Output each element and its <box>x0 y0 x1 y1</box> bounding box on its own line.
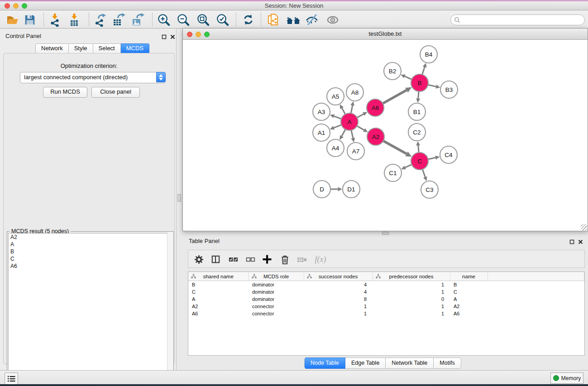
graph-node-C2[interactable]: C2 <box>408 124 425 141</box>
memory-button[interactable]: Memory <box>550 372 583 384</box>
table-settings-button[interactable] <box>193 253 205 265</box>
graph-node-D1[interactable]: D1 <box>343 181 360 198</box>
maximize-traffic-light[interactable] <box>22 3 27 9</box>
graph-node-D[interactable]: D <box>313 181 330 198</box>
select-all-rows-button[interactable] <box>227 253 239 265</box>
tab-mcds[interactable]: MCDS <box>121 43 149 54</box>
graph-node-A7[interactable]: A7 <box>347 143 364 160</box>
graph-edge-A2-C[interactable] <box>383 141 407 154</box>
zoom-in-button[interactable] <box>156 12 171 27</box>
deselect-all-rows-button[interactable] <box>244 253 256 265</box>
import-table-button[interactable] <box>67 12 82 27</box>
graph-edge-A-A5[interactable] <box>342 108 345 114</box>
graph-edge-A-A7[interactable] <box>351 130 353 138</box>
graph-edge-A-A1[interactable] <box>334 125 342 128</box>
import-network-button[interactable] <box>47 12 62 27</box>
vertical-splitter-grip[interactable] <box>177 194 181 202</box>
graph-node-B[interactable]: B <box>411 74 428 91</box>
graph-node-A5[interactable]: A5 <box>327 88 344 105</box>
graph-edge-B-B3[interactable] <box>428 85 436 86</box>
new-network-from-file-button[interactable] <box>266 12 281 27</box>
column-header-successor-nodes[interactable]: successor nodes <box>304 272 373 281</box>
zoom-out-button[interactable] <box>175 12 191 27</box>
table-row-a2[interactable]: A2connector11A2 <box>188 303 584 310</box>
graph-edge-A-A6[interactable] <box>357 114 363 118</box>
delete-column-button[interactable] <box>279 253 291 265</box>
result-item-a2[interactable]: A2 <box>9 234 172 241</box>
export-network-button[interactable] <box>92 12 107 27</box>
graph-node-C1[interactable]: C1 <box>384 164 402 181</box>
column-layout-button[interactable] <box>210 253 221 265</box>
graph-node-A2[interactable]: A2 <box>367 128 384 145</box>
graph-node-A1[interactable]: A1 <box>313 124 330 141</box>
graph-edge-A-A4[interactable] <box>342 129 345 136</box>
graph-node-B4[interactable]: B4 <box>420 46 437 63</box>
graph-edge-C-C2[interactable] <box>418 145 419 152</box>
graph-edge-A-A3[interactable] <box>334 116 341 119</box>
column-header-MCDS-role[interactable]: MCDS role <box>249 272 304 281</box>
graph-edge-B-B4[interactable] <box>422 67 425 75</box>
tab-network-table[interactable]: Network Table <box>386 357 434 369</box>
graph-edge-B-B1[interactable] <box>418 91 419 99</box>
add-column-button[interactable] <box>261 253 273 265</box>
graph-edge-C-C1[interactable] <box>405 165 412 167</box>
result-item-b[interactable]: B <box>9 248 172 255</box>
result-item-a[interactable]: A <box>9 241 172 248</box>
table-row-a6[interactable]: A6connector11A6 <box>188 310 584 317</box>
table-row-b[interactable]: Bdominator41B <box>188 281 584 289</box>
graph-node-A4[interactable]: A4 <box>327 139 344 157</box>
graph-edge-A-A8[interactable] <box>351 105 352 113</box>
graph-node-C3[interactable]: C3 <box>421 181 438 198</box>
close-panel-button-mcds[interactable]: Close panel <box>91 87 140 98</box>
export-image-button[interactable] <box>130 12 145 27</box>
result-item-c[interactable]: C <box>9 255 172 262</box>
float-panel-button[interactable] <box>162 33 167 38</box>
search-input[interactable] <box>462 15 581 24</box>
close-traffic-light[interactable] <box>5 3 10 9</box>
tab-network[interactable]: Network <box>35 43 69 54</box>
criterion-dropdown[interactable]: largest connected component (directed) <box>20 72 166 83</box>
hide-details-button[interactable] <box>304 12 320 27</box>
horizontal-splitter-grip[interactable] <box>382 232 389 235</box>
tab-style[interactable]: Style <box>69 43 93 54</box>
close-table-panel-button[interactable] <box>578 238 583 243</box>
graph-node-A3[interactable]: A3 <box>313 103 330 120</box>
graph-node-A6[interactable]: A6 <box>367 99 384 116</box>
graph-edge-C-C3[interactable] <box>422 169 425 177</box>
tab-edge-table[interactable]: Edge Table <box>345 357 386 369</box>
graph-node-B1[interactable]: B1 <box>408 103 425 120</box>
minimize-traffic-light[interactable] <box>13 3 19 9</box>
zoom-selected-button[interactable] <box>215 12 230 27</box>
run-mcds-button[interactable]: Run MCDS <box>43 87 87 98</box>
refresh-view-button[interactable] <box>240 12 256 27</box>
float-table-panel-button[interactable] <box>569 238 575 243</box>
open-session-button[interactable] <box>5 12 20 27</box>
graph-node-C4[interactable]: C4 <box>440 146 457 163</box>
column-header-name[interactable]: name <box>450 272 488 281</box>
tab-select[interactable]: Select <box>93 43 121 54</box>
table-row-a[interactable]: Adominator80A <box>188 295 584 303</box>
graph-node-B3[interactable]: B3 <box>440 81 458 98</box>
network-canvas[interactable]: B4B2BB3A8A5A6A3B1AA1C2A2A4A7C4CC1C3DD1 <box>183 40 588 231</box>
network-close-traffic-light[interactable] <box>187 32 192 37</box>
home-layout-button[interactable] <box>286 12 301 27</box>
graph-node-A[interactable]: A <box>341 113 358 130</box>
result-item-a6[interactable]: A6 <box>9 262 172 270</box>
column-header-shared-name[interactable]: shared name <box>188 272 249 281</box>
graph-edge-A6-B[interactable] <box>383 90 407 104</box>
export-table-button[interactable] <box>111 12 126 27</box>
network-minimize-traffic-light[interactable] <box>196 32 201 37</box>
graph-edge-C-C4[interactable] <box>428 157 436 159</box>
graph-node-B2[interactable]: B2 <box>384 62 401 80</box>
network-window-titlebar[interactable]: testGlobe.txt <box>183 29 588 40</box>
mcds-result-list[interactable]: A2ABCA6 <box>8 233 172 384</box>
graph-node-A8[interactable]: A8 <box>346 84 363 101</box>
window-resize-grip[interactable] <box>581 224 587 230</box>
tab-node-table[interactable]: Node Table <box>304 357 345 369</box>
panel-list-button[interactable] <box>5 372 18 385</box>
network-maximize-traffic-light[interactable] <box>204 32 210 37</box>
graph-edge-A-A2[interactable] <box>357 126 364 130</box>
graph-edge-B-B2[interactable] <box>405 76 411 80</box>
close-panel-button[interactable] <box>170 33 176 38</box>
result-scrollbar[interactable] <box>167 232 173 385</box>
